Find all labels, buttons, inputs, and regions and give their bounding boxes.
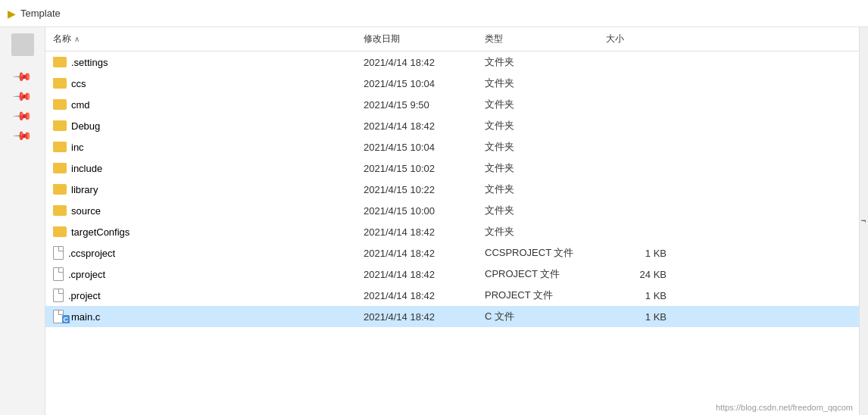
cell-date: 2021/4/14 18:42 xyxy=(364,226,485,238)
folder-icon xyxy=(53,120,67,131)
sort-arrow-icon: ∧ xyxy=(74,35,80,43)
table-row[interactable]: .project 2021/4/14 18:42 PROJECT 文件 1 KB xyxy=(45,285,859,306)
col-size-header[interactable]: 大小 xyxy=(606,33,682,45)
cell-size: 1 KB xyxy=(606,248,682,259)
cell-type: CPROJECT 文件 xyxy=(485,267,606,281)
cell-name: targetConfigs xyxy=(45,226,364,238)
folder-icon xyxy=(53,78,67,89)
cell-date: 2021/4/14 18:42 xyxy=(364,269,485,280)
table-row[interactable]: Debug 2021/4/14 18:42 文件夹 xyxy=(45,115,859,136)
cell-name: .project xyxy=(45,289,364,302)
cell-type: 文件夹 xyxy=(485,140,606,154)
cell-type: 文件夹 xyxy=(485,55,606,69)
cell-type: CCSPROJECT 文件 xyxy=(485,246,606,260)
cell-name: Debug xyxy=(45,120,364,132)
cell-type: 文件夹 xyxy=(485,98,606,111)
cell-name: source xyxy=(45,205,364,217)
cell-date: 2021/4/14 18:42 xyxy=(364,120,485,132)
folder-icon xyxy=(53,99,67,110)
breadcrumb-title: Template xyxy=(20,8,61,19)
table-row[interactable]: ccs 2021/4/15 10:04 文件夹 xyxy=(45,73,859,94)
cell-date: 2021/4/15 10:22 xyxy=(364,184,485,195)
table-row[interactable]: .settings 2021/4/14 18:42 文件夹 xyxy=(45,51,859,73)
cell-date: 2021/4/14 18:42 xyxy=(364,57,485,68)
cell-date: 2021/4/15 10:02 xyxy=(364,163,485,174)
table-row[interactable]: C main.c 2021/4/14 18:42 C 文件 1 KB xyxy=(45,306,859,327)
cell-type: 文件夹 xyxy=(485,76,606,90)
cell-name: cmd xyxy=(45,99,364,111)
table-row[interactable]: inc 2021/4/15 10:04 文件夹 xyxy=(45,136,859,158)
table-row[interactable]: .cproject 2021/4/14 18:42 CPROJECT 文件 24… xyxy=(45,264,859,285)
cell-name: .cproject xyxy=(45,267,364,281)
cell-type: C 文件 xyxy=(485,310,606,323)
table-row[interactable]: cmd 2021/4/15 9:50 文件夹 xyxy=(45,94,859,115)
folder-icon xyxy=(53,205,67,216)
col-date-header[interactable]: 修改日期 xyxy=(364,33,485,45)
sidebar: 📌 📌 📌 📌 xyxy=(0,27,45,415)
pin-icon-1[interactable]: 📌 xyxy=(13,67,32,86)
table-row[interactable]: .ccsproject 2021/4/14 18:42 CCSPROJECT 文… xyxy=(45,242,859,264)
pin-icon-2[interactable]: 📌 xyxy=(13,87,32,106)
folder-icon xyxy=(53,184,67,195)
folder-icon xyxy=(53,57,67,67)
file-icon xyxy=(53,246,64,260)
table-row[interactable]: library 2021/4/15 10:22 文件夹 xyxy=(45,179,859,200)
cell-name: include xyxy=(45,163,364,174)
pin-icon-4[interactable]: 📌 xyxy=(13,126,32,145)
file-icon xyxy=(53,289,64,302)
folder-icon xyxy=(53,142,67,152)
folder-icon xyxy=(53,226,67,237)
folder-icon xyxy=(53,163,67,173)
cell-name: inc xyxy=(45,142,364,153)
cell-type: PROJECT 文件 xyxy=(485,289,606,302)
file-icon xyxy=(53,267,64,281)
cell-date: 2021/4/15 10:00 xyxy=(364,205,485,217)
table-row[interactable]: include 2021/4/15 10:02 文件夹 xyxy=(45,158,859,179)
col-name-header[interactable]: 名称 ∧ xyxy=(45,33,364,45)
file-list[interactable]: .settings 2021/4/14 18:42 文件夹 ccs 2021/4… xyxy=(45,51,859,415)
cell-type: 文件夹 xyxy=(485,204,606,217)
cell-date: 2021/4/15 10:04 xyxy=(364,78,485,89)
cell-name: C main.c xyxy=(45,310,364,323)
cell-date: 2021/4/14 18:42 xyxy=(364,290,485,301)
table-row[interactable]: source 2021/4/15 10:00 文件夹 xyxy=(45,200,859,221)
c-file-icon: C xyxy=(53,310,67,323)
cell-date: 2021/4/14 18:42 xyxy=(364,311,485,323)
title-bar: ▶ Template xyxy=(0,0,868,27)
column-header: 名称 ∧ 修改日期 类型 大小 xyxy=(45,27,859,51)
col-type-header[interactable]: 类型 xyxy=(485,33,606,45)
cell-date: 2021/4/15 10:04 xyxy=(364,142,485,153)
file-panel: 名称 ∧ 修改日期 类型 大小 .settings 2021/4/14 18:4… xyxy=(45,27,859,415)
cell-type: 文件夹 xyxy=(485,225,606,239)
cell-date: 2021/4/14 18:42 xyxy=(364,248,485,259)
main-layout: 📌 📌 📌 📌 名称 ∧ 修改日期 类型 大小 .settings 2021/4… xyxy=(0,27,868,415)
cell-name: .ccsproject xyxy=(45,246,364,260)
breadcrumb-arrow: ▶ xyxy=(8,8,16,20)
pin-icon-3[interactable]: 📌 xyxy=(13,107,32,126)
cell-size: 1 KB xyxy=(606,311,682,323)
cell-type: 文件夹 xyxy=(485,183,606,196)
watermark: https://blog.csdn.net/freedom_qqcom xyxy=(716,403,853,412)
right-panel-label: r xyxy=(859,27,868,415)
cell-size: 24 KB xyxy=(606,269,682,280)
cell-type: 文件夹 xyxy=(485,119,606,133)
cell-name: library xyxy=(45,184,364,195)
table-row[interactable]: targetConfigs 2021/4/14 18:42 文件夹 xyxy=(45,221,859,242)
cell-name: .settings xyxy=(45,57,364,68)
cell-name: ccs xyxy=(45,78,364,89)
sidebar-scroll[interactable] xyxy=(11,33,34,56)
cell-size: 1 KB xyxy=(606,290,682,301)
cell-type: 文件夹 xyxy=(485,161,606,175)
cell-date: 2021/4/15 9:50 xyxy=(364,99,485,111)
